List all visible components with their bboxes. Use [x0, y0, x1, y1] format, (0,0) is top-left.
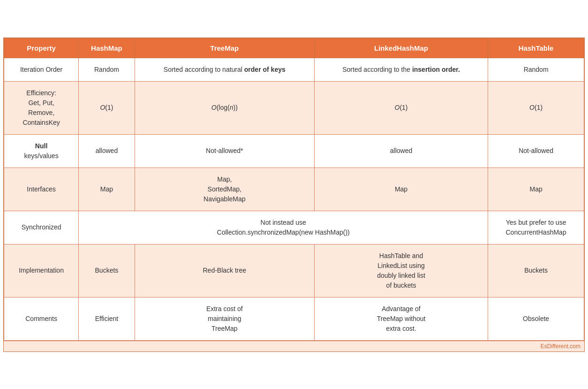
linkedhashmap-cell: allowed	[314, 134, 488, 168]
table-row: Comments Efficient Extra cost ofmaintain…	[4, 297, 584, 340]
property-cell: Nullkeys/values	[4, 134, 79, 168]
hashmap-cell: allowed	[79, 134, 135, 168]
property-cell: Interfaces	[4, 168, 79, 211]
table-row: Synchronized Not instead useCollection.s…	[4, 211, 584, 244]
linkedhashmap-cell: Advantage ofTreeMap withoutextra cost.	[314, 297, 488, 340]
col-header-treemap: TreeMap	[135, 38, 314, 58]
table-row: Interfaces Map Map,SortedMap,NavigableMa…	[4, 168, 584, 211]
hashmap-cell: Map	[79, 168, 135, 211]
treemap-cell: Red-Black tree	[135, 244, 314, 297]
hashtable-cell: Map	[488, 168, 584, 211]
property-cell: Comments	[4, 297, 79, 340]
treemap-cell: O(log(n))	[135, 81, 314, 134]
hashmap-cell: Buckets	[79, 244, 135, 297]
hashmap-cell: Random	[79, 58, 135, 81]
property-cell: Implementation	[4, 244, 79, 297]
table-row: Efficiency:Get, Put,Remove,ContainsKey O…	[4, 81, 584, 134]
property-cell: Synchronized	[4, 211, 79, 244]
col-header-property: Property	[4, 38, 79, 58]
linkedhashmap-cell: Map	[314, 168, 488, 211]
table-row: Nullkeys/values allowed Not-allowed* all…	[4, 134, 584, 168]
col-header-hashtable: HashTable	[488, 38, 584, 58]
treemap-cell: Not-allowed*	[135, 134, 314, 168]
table-row: Implementation Buckets Red-Black tree Ha…	[4, 244, 584, 297]
table-row: Iteration Order Random Sorted according …	[4, 58, 584, 81]
watermark: EsDifferent.com	[4, 341, 584, 351]
hashtable-cell: Buckets	[488, 244, 584, 297]
hashtable-cell: Yes but prefer to useConcurrentHashMap	[488, 211, 584, 244]
synchronized-span-cell: Not instead useCollection.synchronizedMa…	[79, 211, 488, 244]
property-cell: Efficiency:Get, Put,Remove,ContainsKey	[4, 81, 79, 134]
hashtable-cell: Obsolete	[488, 297, 584, 340]
treemap-cell: Extra cost ofmaintainingTreeMap	[135, 297, 314, 340]
property-cell: Iteration Order	[4, 58, 79, 81]
treemap-cell: Sorted according to natural order of key…	[135, 58, 314, 81]
hashtable-cell: O(1)	[488, 81, 584, 134]
treemap-cell: Map,SortedMap,NavigableMap	[135, 168, 314, 211]
hashmap-cell: O(1)	[79, 81, 135, 134]
hashmap-cell: Efficient	[79, 297, 135, 340]
linkedhashmap-cell: HashTable andLinkedList usingdoubly link…	[314, 244, 488, 297]
col-header-linkedhashmap: LinkedHashMap	[314, 38, 488, 58]
linkedhashmap-cell: O(1)	[314, 81, 488, 134]
col-header-hashmap: HashMap	[79, 38, 135, 58]
linkedhashmap-cell: Sorted according to the insertion order.	[314, 58, 488, 81]
hashtable-cell: Not-allowed	[488, 134, 584, 168]
comparison-table: Property HashMap TreeMap LinkedHashMap H…	[3, 38, 585, 352]
hashtable-cell: Random	[488, 58, 584, 81]
